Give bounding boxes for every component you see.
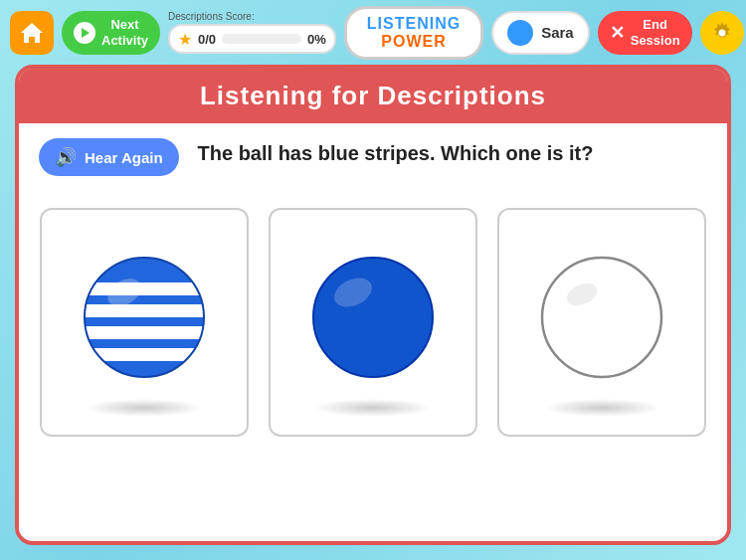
ball-shadow-1 [85,399,204,417]
svg-rect-10 [80,326,209,339]
next-activity-button[interactable]: Next Activity [62,11,160,55]
content-body: 🔊 Hear Again The ball has blue stripes. … [19,123,727,536]
ball-card-solid[interactable] [269,208,477,437]
top-bar: Next Activity Descriptions Score: ★ 0/0 … [0,0,746,65]
svg-marker-1 [82,28,90,38]
svg-point-5 [718,29,725,36]
ball-card-outline[interactable] [497,208,706,437]
content-title: Listening for Descriptions [39,81,707,111]
svg-rect-9 [80,304,209,317]
svg-marker-0 [21,23,43,43]
speaker-icon: 🔊 [55,146,77,168]
score-percent: 0% [307,32,326,47]
score-section: Descriptions Score: ★ 0/0 0% [168,11,336,54]
score-bar-track [222,34,301,44]
hear-again-label: Hear Again [85,149,163,166]
play-icon [74,22,95,44]
svg-point-17 [542,258,661,377]
x-icon: ✕ [610,22,625,44]
outline-ball-svg [527,243,676,402]
hear-again-button[interactable]: 🔊 Hear Again [39,138,179,176]
home-icon [19,20,45,46]
balls-container [39,208,707,437]
striped-ball-svg [70,243,219,402]
logo-listening: LISTENING [367,15,461,33]
ball-shadow-3 [542,399,661,417]
user-name: Sara [541,24,574,41]
question-text: The ball has blue stripes. Which one is … [198,142,594,165]
score-label: Descriptions Score: [168,11,255,22]
home-button[interactable] [10,11,54,55]
main-content: Listening for Descriptions 🔊 Hear Again … [15,65,731,545]
content-header: Listening for Descriptions [19,69,727,123]
person-icon [509,22,531,44]
logo-power: POWER [367,33,461,51]
solid-ball-svg [298,243,448,402]
user-section: Sara [491,11,590,55]
star-icon: ★ [178,30,192,49]
play-triangle [79,27,91,39]
end-session-button[interactable]: ✕ End Session [598,11,692,55]
user-avatar [507,20,533,46]
score-bar-container: ★ 0/0 0% [168,24,336,54]
gear-icon [709,20,735,46]
svg-rect-11 [80,348,209,361]
next-activity-label: Next Activity [101,17,148,48]
svg-point-3 [512,37,528,44]
settings-button[interactable] [700,11,744,55]
logo-badge: LISTENING POWER [344,6,483,60]
score-fraction: 0/0 [198,32,216,47]
end-session-label: End Session [631,17,680,48]
question-row: 🔊 Hear Again The ball has blue stripes. … [39,138,707,188]
logo-inner: LISTENING POWER [344,6,483,60]
svg-point-2 [515,25,525,35]
svg-rect-8 [80,282,209,295]
ball-card-striped[interactable] [40,208,249,437]
ball-shadow-2 [313,399,433,417]
